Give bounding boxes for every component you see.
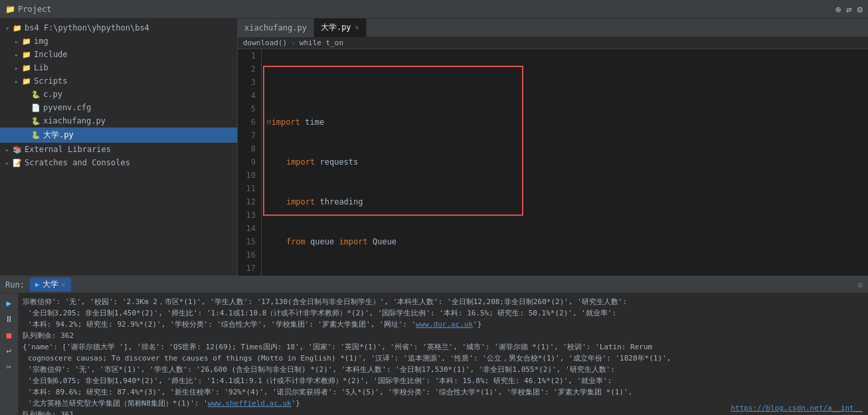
tree-item-daxue[interactable]: 🐍 大学.py: [0, 127, 237, 143]
run-tab-icon: ▶: [35, 280, 40, 289]
tree-item-bs4[interactable]: 📁 bs4 F:\python\yhpython\bs4: [0, 21, 237, 35]
file-tree: 📁 bs4 F:\python\yhpython\bs4 📁 img: [0, 19, 237, 276]
run-rerun-btn[interactable]: ↩: [3, 344, 16, 357]
code-lines[interactable]: ⊟ import time import requests import thr…: [262, 49, 868, 276]
tree-label-lib: Lib: [34, 63, 48, 72]
top-bar-title: Project: [18, 5, 52, 14]
breadcrumb: download() › while t_on: [238, 37, 868, 49]
output-line-3: '本科: 94.2%; 研究生: 92.9%*(2)', '学校分类': '综合…: [23, 319, 864, 330]
code-line-2: import requests: [267, 155, 863, 169]
run-label: Run:: [5, 280, 25, 290]
py-icon-xiachufang: 🐍: [31, 117, 41, 125]
tree-label-scratch: Scratches and Consoles: [25, 158, 130, 167]
tree-arrow-lib: [12, 64, 21, 72]
output-line-6: cognoscere causas; To discover the cause…: [23, 353, 864, 364]
cfg-icon-pyvenv: 📄: [31, 104, 41, 112]
breadcrumb-sep: ›: [291, 39, 296, 47]
output-line-4: 队列剩余: 362: [23, 330, 864, 341]
code-line-3: import threading: [267, 195, 863, 208]
gear-icon[interactable]: ⚙: [858, 280, 863, 290]
panel-right-icons: ⚙: [858, 280, 863, 290]
tree-item-lib[interactable]: 📁 Lib: [0, 61, 237, 74]
editor-content[interactable]: 12345 678910 1112131415 1617 ⊟ import ti…: [238, 49, 868, 276]
bottom-status-link: https://blog.csdn.net/a__int__: [731, 402, 863, 414]
tree-item-img[interactable]: 📁 img: [0, 35, 237, 48]
editor-tabs: xiachufang.py 大学.py ×: [238, 19, 868, 37]
selection-box: [263, 66, 523, 216]
ext-icon: 📚: [12, 145, 23, 154]
project-icon: 📁: [5, 5, 15, 14]
settings-icon[interactable]: ⚙: [857, 4, 863, 15]
tree-item-cpy[interactable]: 🐍 c.py: [0, 88, 237, 101]
code-editor: 12345 678910 1112131415 1617 ⊟ import ti…: [238, 49, 868, 276]
run-pause-btn[interactable]: ⏸: [3, 312, 16, 325]
tree-label-extlibs: External Libraries: [25, 145, 111, 154]
breadcrumb-while: while t_on: [300, 39, 343, 47]
line-numbers: 12345 678910 1112131415 1617: [238, 49, 262, 276]
tab-daxue-label: 大学.py: [321, 22, 351, 33]
run-tab-daxue[interactable]: ▶ 大学 ×: [30, 278, 71, 291]
tree-label-bs4: bs4 F:\python\yhpython\bs4: [25, 23, 149, 33]
csdn-link[interactable]: https://blog.csdn.net/a__int__: [731, 404, 863, 412]
top-bar: 📁 Project ⊕ ⇄ ⚙: [0, 0, 868, 19]
tree-arrow-bs4: [3, 25, 12, 32]
tree-item-scripts[interactable]: 📁 Scripts: [0, 74, 237, 88]
code-line-4: from queue import Queue: [267, 235, 863, 248]
tab-xiachufang-label: xiachufang.py: [244, 23, 307, 33]
tree-arrow-img: [12, 38, 21, 45]
tree-item-pyvenv[interactable]: 📄 pyvenv.cfg: [0, 101, 237, 114]
py-icon-cpy: 🐍: [31, 90, 41, 99]
add-icon[interactable]: ⊕: [835, 4, 841, 15]
tree-arrow-include: [12, 51, 21, 58]
tree-item-xiachufang[interactable]: 🐍 xiachufang.py: [0, 114, 237, 127]
tab-daxue[interactable]: 大学.py ×: [314, 19, 367, 37]
tab-xiachufang[interactable]: xiachufang.py: [238, 19, 314, 37]
output-line-5: {'name': ['谢菲尔德大学 '], '排名': 'QS世界: 12(69…: [23, 341, 864, 353]
bottom-panel: Run: ▶ 大学 × ⚙ ▶ ⏸ ■ ↩ ✂ 宗教信仰': '无', '校园'…: [0, 276, 868, 415]
tree-label-img: img: [34, 37, 48, 46]
tab-daxue-close[interactable]: ×: [355, 24, 359, 31]
fold-1: ⊟: [267, 116, 272, 129]
bottom-controls: ▶ ⏸ ■ ↩ ✂ 宗教信仰': '无', '校园': '2.3Km 2，市区*…: [0, 293, 868, 415]
tree-item-scratch[interactable]: 📝 Scratches and Consoles: [0, 156, 237, 169]
tree-label-xiachufang: xiachufang.py: [43, 116, 106, 125]
run-tab-close[interactable]: ×: [61, 280, 66, 290]
scratch-icon: 📝: [12, 159, 23, 167]
tree-label-daxue: 大学.py: [43, 129, 74, 141]
sync-icon[interactable]: ⇄: [846, 4, 851, 15]
folder-icon-img: 📁: [21, 37, 32, 46]
sidebar: 📁 bs4 F:\python\yhpython\bs4 📁 img: [0, 19, 238, 276]
tree-item-extlibs[interactable]: 📚 External Libraries: [0, 143, 237, 156]
editor-area: xiachufang.py 大学.py × download() › while…: [238, 19, 868, 276]
py-icon-daxue: 🐍: [31, 131, 41, 139]
output-line-7: '宗教信仰': '无', '市区*(1)', '学生人数': '26,600 (…: [23, 364, 864, 375]
bottom-panel-header: Run: ▶ 大学 × ⚙: [0, 276, 868, 293]
output-line-9: '本科: 89.6%; 研究生: 87.4%*(3)', '新生住校率': '9…: [23, 386, 864, 398]
output-line-8: '全日制6,075; 非全日制1,940*(2)', '师生比': '1:4.1…: [23, 375, 864, 386]
tree-label-pyvenv: pyvenv.cfg: [43, 103, 91, 112]
output-link-1[interactable]: www.dur.ac.uk: [416, 320, 473, 329]
tree-item-include[interactable]: 📁 Include: [0, 48, 237, 61]
run-tab-label: 大学: [43, 279, 58, 290]
run-settings-btn[interactable]: ✂: [3, 360, 16, 373]
output-line-1: 宗教信仰': '无', '校园': '2.3Km 2，市区*(1)', '学生人…: [23, 296, 864, 307]
top-bar-icons: ⊕ ⇄ ⚙: [835, 4, 863, 15]
folder-icon-lib: 📁: [21, 64, 32, 72]
main-layout: 📁 bs4 F:\python\yhpython\bs4 📁 img: [0, 19, 868, 276]
tree-arrow-extlibs: [3, 146, 12, 153]
tree-arrow-scripts: [12, 78, 21, 85]
run-stop-btn[interactable]: ■: [3, 328, 16, 341]
output-line-2: '全日制3,205; 非全日制1,450*(2)', '师生比': '1:4.1…: [23, 307, 864, 319]
folder-icon-include: 📁: [21, 50, 32, 59]
tree-label-scripts: Scripts: [34, 76, 68, 86]
console-output[interactable]: 宗教信仰': '无', '校园': '2.3Km 2，市区*(1)', '学生人…: [19, 293, 868, 415]
breadcrumb-download: download(): [243, 39, 287, 47]
folder-icon-bs4: 📁: [12, 24, 23, 33]
code-line-5: from lxml import html: [267, 275, 863, 276]
tree-arrow-scratch: [3, 159, 12, 167]
output-link-2[interactable]: www.sheffield.ac.uk: [208, 399, 292, 408]
folder-icon-scripts: 📁: [21, 77, 32, 86]
run-play-btn[interactable]: ▶: [3, 296, 16, 309]
tree-label-cpy: c.py: [43, 90, 62, 99]
run-controls: ▶ ⏸ ■ ↩ ✂: [0, 293, 19, 415]
